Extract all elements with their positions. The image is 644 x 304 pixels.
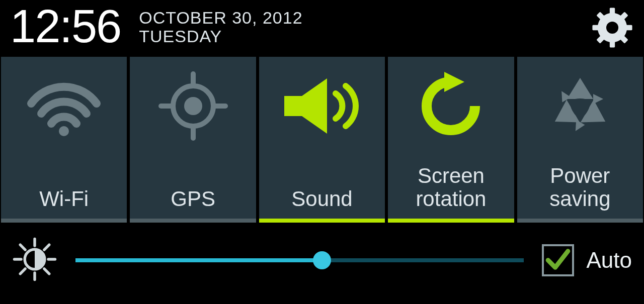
brightness-icon bbox=[12, 237, 57, 284]
notification-header: 12:56 OCTOBER 30, 2012 TUESDAY bbox=[0, 0, 644, 53]
quick-toggle-row: Wi-Fi GPS bbox=[0, 57, 644, 223]
toggle-underline bbox=[130, 219, 256, 223]
svg-point-9 bbox=[606, 22, 618, 34]
toggle-label: Wi-Fi bbox=[39, 187, 89, 211]
svg-line-29 bbox=[44, 245, 49, 250]
svg-rect-3 bbox=[592, 25, 601, 30]
brightness-slider[interactable] bbox=[75, 258, 524, 262]
day-text: TUESDAY bbox=[139, 27, 302, 46]
brightness-row: Auto bbox=[0, 223, 644, 298]
slider-fill bbox=[75, 258, 322, 262]
svg-rect-1 bbox=[610, 8, 615, 16]
toggle-label: Power saving bbox=[549, 164, 610, 211]
svg-marker-18 bbox=[444, 72, 464, 92]
slider-thumb[interactable] bbox=[313, 251, 331, 269]
auto-brightness-checkbox[interactable] bbox=[542, 244, 574, 276]
recycle-icon bbox=[545, 71, 615, 143]
svg-rect-2 bbox=[610, 39, 615, 47]
toggle-underline bbox=[259, 219, 385, 223]
toggle-label: GPS bbox=[171, 187, 215, 211]
date-text: OCTOBER 30, 2012 bbox=[139, 8, 302, 28]
sound-icon bbox=[279, 73, 365, 141]
svg-rect-4 bbox=[623, 25, 632, 30]
wifi-icon bbox=[26, 76, 102, 138]
svg-line-27 bbox=[44, 269, 49, 274]
clock-time: 12:56 bbox=[10, 3, 121, 49]
date-block: OCTOBER 30, 2012 TUESDAY bbox=[139, 3, 302, 46]
toggle-screen-rotation[interactable]: Screen rotation bbox=[388, 57, 514, 223]
svg-line-28 bbox=[20, 269, 25, 274]
auto-brightness-label: Auto bbox=[586, 248, 632, 273]
settings-button[interactable] bbox=[591, 6, 634, 49]
svg-marker-21 bbox=[557, 88, 571, 102]
toggle-sound[interactable]: Sound bbox=[259, 57, 385, 223]
svg-line-26 bbox=[20, 245, 25, 250]
toggle-power-saving[interactable]: Power saving bbox=[517, 57, 643, 223]
toggle-label: Screen rotation bbox=[416, 164, 486, 211]
svg-point-10 bbox=[59, 126, 69, 136]
toggle-label: Sound bbox=[291, 187, 352, 211]
toggle-underline bbox=[517, 219, 643, 223]
svg-marker-17 bbox=[284, 78, 327, 134]
gps-icon bbox=[158, 71, 228, 143]
auto-brightness-group[interactable]: Auto bbox=[542, 244, 632, 276]
rotation-icon bbox=[416, 71, 486, 143]
checkmark-icon bbox=[544, 246, 572, 275]
toggle-gps[interactable]: GPS bbox=[130, 57, 256, 223]
gear-icon bbox=[591, 6, 634, 49]
svg-point-12 bbox=[184, 97, 202, 115]
toggle-underline bbox=[388, 219, 514, 223]
toggle-underline bbox=[1, 219, 127, 223]
toggle-wifi[interactable]: Wi-Fi bbox=[1, 57, 127, 223]
